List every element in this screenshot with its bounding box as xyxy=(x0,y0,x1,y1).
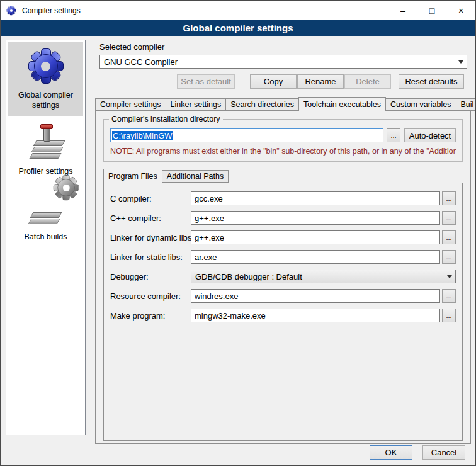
chevron-down-icon xyxy=(444,270,455,283)
resource-compiler-browse-button[interactable]: ... xyxy=(442,289,456,303)
cpp-compiler-browse-button[interactable]: ... xyxy=(442,211,456,225)
tab-custom-variables[interactable]: Custom variables xyxy=(385,98,456,111)
selected-compiler-label: Selected compiler xyxy=(99,42,472,52)
settings-category-sidebar: Global compiler settings Profiler settin… xyxy=(6,40,86,435)
static-linker-label: Linker for static libs: xyxy=(110,253,191,262)
make-program-input[interactable] xyxy=(191,309,440,322)
copy-button[interactable]: Copy xyxy=(250,74,297,89)
tab-search-directories[interactable]: Search directories xyxy=(225,98,299,111)
debugger-select[interactable]: GDB/CDB debugger : Default xyxy=(191,270,456,283)
dynamic-linker-label: Linker for dynamic libs: xyxy=(110,233,191,242)
page-title: Global compiler settings xyxy=(1,20,475,36)
program-files-tab-strip: Program Files Additional Paths xyxy=(103,168,470,183)
tab-compiler-settings[interactable]: Compiler settings xyxy=(95,98,166,111)
installation-directory-groupbox: Compiler's installation directory C:\ray… xyxy=(103,119,463,162)
cpp-compiler-label: C++ compiler: xyxy=(110,213,191,223)
cpp-compiler-input[interactable] xyxy=(191,211,440,225)
ok-button[interactable]: OK xyxy=(370,445,412,460)
main-content: Selected compiler GNU GCC Compiler Set a… xyxy=(92,40,472,448)
dialog-footer: OK Cancel xyxy=(370,445,465,460)
dynamic-linker-row: Linker for dynamic libs: ... xyxy=(110,230,456,244)
cpp-compiler-row: C++ compiler: ... xyxy=(110,211,456,225)
compiler-buttons-row: Set as default Copy Rename Delete Reset … xyxy=(99,74,464,89)
compiler-settings-window: Compiler settings – □ × Global compiler … xyxy=(0,0,476,466)
tab-linker-settings[interactable]: Linker settings xyxy=(166,98,227,111)
installation-directory-value: C:\raylib\MinGW xyxy=(112,131,173,140)
batch-builds-icon xyxy=(28,190,64,226)
groupbox-title: Compiler's installation directory xyxy=(109,115,223,123)
sidebar-item-profiler-settings[interactable]: Profiler settings xyxy=(8,118,83,181)
resource-compiler-row: Resource compiler: ... xyxy=(110,289,456,303)
debugger-row: Debugger: GDB/CDB debugger : Default xyxy=(110,270,456,283)
compiler-select-value: GNU GCC Compiler xyxy=(104,57,178,67)
make-program-row: Make program: ... xyxy=(110,309,456,322)
reset-defaults-button[interactable]: Reset defaults xyxy=(399,74,464,89)
close-button[interactable]: × xyxy=(446,1,475,20)
dynamic-linker-input[interactable] xyxy=(191,230,440,244)
installation-directory-row: C:\raylib\MinGW ... Auto-detect xyxy=(110,128,456,142)
delete-button: Delete xyxy=(344,74,391,89)
minimize-button[interactable]: – xyxy=(388,1,417,20)
debugger-select-value: GDB/CDB debugger : Default xyxy=(195,272,302,281)
static-linker-input[interactable] xyxy=(191,250,440,264)
toolchain-executables-panel: Compiler's installation directory C:\ray… xyxy=(95,111,471,444)
installation-directory-browse-button[interactable]: ... xyxy=(387,128,400,142)
gear-icon xyxy=(6,6,16,16)
auto-detect-button[interactable]: Auto-detect xyxy=(404,128,456,142)
window-controls: – □ × xyxy=(388,1,475,20)
sidebar-item-label: Global compiler settings xyxy=(9,90,82,111)
settings-tab-strip: Compiler settings Linker settings Search… xyxy=(95,96,470,111)
bin-subdirectory-note: NOTE: All programs must exist either in … xyxy=(110,147,456,156)
make-program-label: Make program: xyxy=(110,311,191,321)
profiler-tool-icon xyxy=(28,124,64,161)
program-files-panel: C compiler: ... C++ compiler: ... Linker… xyxy=(103,183,463,441)
sidebar-item-global-compiler-settings[interactable]: Global compiler settings xyxy=(8,42,83,116)
installation-directory-input[interactable]: C:\raylib\MinGW xyxy=(110,128,383,142)
dynamic-linker-browse-button[interactable]: ... xyxy=(442,230,456,244)
sidebar-item-batch-builds[interactable]: Batch builds xyxy=(8,184,83,247)
c-compiler-row: C compiler: ... xyxy=(110,191,456,205)
static-linker-row: Linker for static libs: ... xyxy=(110,250,456,264)
make-program-browse-button[interactable]: ... xyxy=(442,309,456,322)
c-compiler-label: C compiler: xyxy=(110,194,191,203)
blue-gear-icon xyxy=(28,48,64,84)
rename-button[interactable]: Rename xyxy=(297,74,344,89)
set-as-default-button: Set as default xyxy=(177,74,235,89)
c-compiler-browse-button[interactable]: ... xyxy=(442,191,456,205)
compiler-select[interactable]: GNU GCC Compiler xyxy=(99,55,467,69)
app-gear-icon[interactable] xyxy=(6,6,16,16)
window-title: Compiler settings xyxy=(22,6,81,15)
subtab-additional-paths[interactable]: Additional Paths xyxy=(162,170,229,183)
chevron-down-icon xyxy=(455,55,467,68)
debugger-label: Debugger: xyxy=(110,272,191,281)
static-linker-browse-button[interactable]: ... xyxy=(442,250,456,264)
title-bar[interactable]: Compiler settings – □ × xyxy=(1,1,475,20)
resource-compiler-input[interactable] xyxy=(191,289,440,303)
tab-build-truncated[interactable]: Buil xyxy=(456,98,476,111)
resource-compiler-label: Resource compiler: xyxy=(110,292,191,301)
maximize-button[interactable]: □ xyxy=(417,1,446,20)
cancel-button[interactable]: Cancel xyxy=(422,445,465,460)
tab-toolchain-executables[interactable]: Toolchain executables xyxy=(298,97,386,111)
subtab-program-files[interactable]: Program Files xyxy=(103,169,162,183)
c-compiler-input[interactable] xyxy=(191,191,440,205)
sidebar-item-label: Batch builds xyxy=(24,232,67,242)
